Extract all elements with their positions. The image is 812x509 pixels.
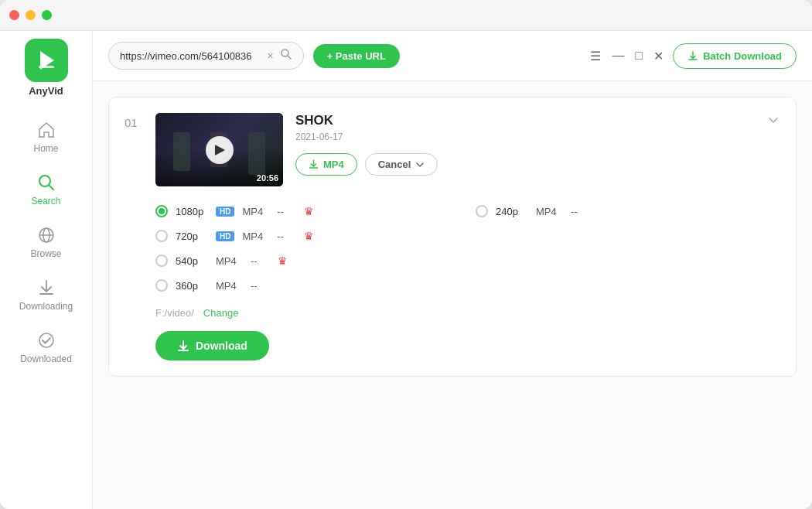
- downloading-icon: [36, 278, 56, 298]
- sidebar-item-search[interactable]: Search: [12, 165, 81, 214]
- windowed-icon[interactable]: □: [635, 49, 643, 63]
- format-360p: MP4: [216, 280, 243, 292]
- video-date: 2021-06-17: [295, 132, 780, 142]
- sidebar: AnyVid Home Search: [0, 31, 93, 509]
- quality-row-240p[interactable]: 240p MP4 --: [476, 202, 780, 220]
- sidebar-item-browse-label: Browse: [30, 248, 61, 259]
- app-logo: [25, 39, 68, 82]
- size-540p: --: [251, 255, 270, 267]
- sidebar-item-downloaded[interactable]: Downloaded: [12, 323, 81, 372]
- title-bar: [0, 0, 812, 31]
- window-controls: ☰ — □ ✕: [590, 49, 664, 63]
- traffic-lights: [9, 10, 52, 20]
- url-input[interactable]: https://vimeo.com/564100836: [120, 50, 261, 62]
- sidebar-item-downloaded-label: Downloaded: [20, 354, 72, 364]
- size-240p: --: [571, 206, 590, 217]
- video-thumbnail[interactable]: 20:56: [155, 113, 283, 186]
- size-360p: --: [251, 280, 270, 292]
- format-240p: MP4: [536, 206, 563, 217]
- downloaded-icon: [36, 330, 56, 350]
- close-window-button[interactable]: [9, 10, 19, 20]
- cancel-button[interactable]: Cancel: [365, 153, 438, 176]
- empty-cell-2: [476, 251, 780, 270]
- batch-download-icon: [687, 50, 698, 61]
- menu-icon[interactable]: ☰: [590, 49, 601, 63]
- sidebar-item-home[interactable]: Home: [12, 112, 81, 162]
- search-icon: [36, 173, 56, 193]
- svg-point-7: [39, 333, 53, 347]
- card-chevron-icon[interactable]: [766, 113, 780, 131]
- minimize-icon[interactable]: —: [612, 49, 624, 63]
- card-index: 01: [125, 116, 143, 129]
- change-folder-link[interactable]: Change: [203, 307, 239, 319]
- format-720p: MP4: [242, 231, 269, 242]
- url-bar: https://vimeo.com/564100836 ×: [108, 42, 304, 70]
- video-duration: 20:56: [257, 173, 278, 183]
- video-title: SHOK: [295, 113, 780, 128]
- video-info: SHOK 2021-06-17 MP4: [295, 113, 780, 176]
- action-buttons: MP4 Cancel: [295, 153, 780, 176]
- download-button[interactable]: Download: [155, 331, 269, 360]
- video-card: 01 20:56: [108, 97, 797, 377]
- app-name-label: AnyVid: [29, 85, 63, 97]
- quality-row-540p[interactable]: 540p MP4 -- ♛: [155, 251, 460, 270]
- quality-row-360p[interactable]: 360p MP4 --: [155, 276, 460, 295]
- radio-720p[interactable]: [155, 230, 168, 242]
- hd-badge-1080p: HD: [216, 207, 234, 217]
- mp4-btn-label: MP4: [323, 159, 344, 170]
- play-button[interactable]: [206, 136, 234, 164]
- sidebar-item-search-label: Search: [31, 196, 60, 207]
- maximize-window-button[interactable]: [42, 10, 52, 20]
- quality-label-1080p: 1080p: [176, 206, 208, 217]
- folder-path: F:/video/: [155, 307, 194, 319]
- content-area: https://vimeo.com/564100836 × + Paste UR…: [93, 31, 812, 509]
- batch-download-label: Batch Download: [703, 50, 782, 62]
- paste-url-label: + Paste URL: [327, 50, 386, 62]
- close-icon[interactable]: ✕: [653, 49, 664, 63]
- mp4-button[interactable]: MP4: [295, 153, 357, 176]
- card-header: 01 20:56: [125, 113, 780, 186]
- format-540p: MP4: [216, 255, 243, 267]
- url-search-icon[interactable]: [280, 48, 292, 63]
- radio-540p[interactable]: [155, 254, 168, 267]
- paste-url-button[interactable]: + Paste URL: [313, 44, 400, 68]
- quality-label-540p: 540p: [176, 255, 208, 267]
- format-1080p: MP4: [242, 206, 269, 217]
- sidebar-item-downloading-label: Downloading: [19, 301, 73, 312]
- crown-icon-1080p: ♛: [304, 205, 314, 217]
- url-clear-button[interactable]: ×: [267, 50, 273, 62]
- svg-rect-1: [39, 66, 54, 68]
- browse-icon: [36, 225, 56, 245]
- minimize-window-button[interactable]: [26, 10, 36, 20]
- crown-icon-720p: ♛: [304, 230, 314, 242]
- quality-label-240p: 240p: [496, 206, 528, 217]
- crown-icon-540p: ♛: [278, 254, 288, 267]
- app-window: AnyVid Home Search: [0, 0, 812, 509]
- quality-row-720p[interactable]: 720p HD MP4 -- ♛: [155, 227, 460, 245]
- radio-240p[interactable]: [476, 205, 488, 217]
- radio-1080p[interactable]: [155, 205, 168, 217]
- quality-label-360p: 360p: [176, 280, 208, 292]
- download-icon: [177, 340, 189, 352]
- size-720p: --: [277, 231, 296, 242]
- cancel-btn-label: Cancel: [378, 159, 411, 170]
- mp4-download-icon: [309, 159, 319, 169]
- quality-row-1080p[interactable]: 1080p HD MP4 -- ♛: [155, 202, 460, 220]
- empty-cell-3: [476, 276, 780, 295]
- sidebar-item-downloading[interactable]: Downloading: [12, 270, 81, 319]
- cancel-chevron-icon: [415, 160, 425, 169]
- hd-badge-720p: HD: [216, 231, 234, 241]
- quality-label-720p: 720p: [176, 231, 208, 242]
- batch-download-button[interactable]: Batch Download: [673, 43, 797, 69]
- radio-360p[interactable]: [155, 279, 168, 292]
- sidebar-item-home-label: Home: [33, 143, 58, 154]
- content-scroll[interactable]: 01 20:56: [93, 81, 812, 509]
- home-icon: [36, 120, 56, 140]
- sidebar-item-browse[interactable]: Browse: [12, 217, 81, 267]
- svg-line-3: [49, 185, 53, 190]
- empty-cell: [476, 227, 780, 245]
- size-1080p: --: [277, 206, 296, 217]
- main-layout: AnyVid Home Search: [0, 31, 812, 509]
- svg-line-9: [288, 56, 291, 59]
- top-bar: https://vimeo.com/564100836 × + Paste UR…: [93, 31, 812, 81]
